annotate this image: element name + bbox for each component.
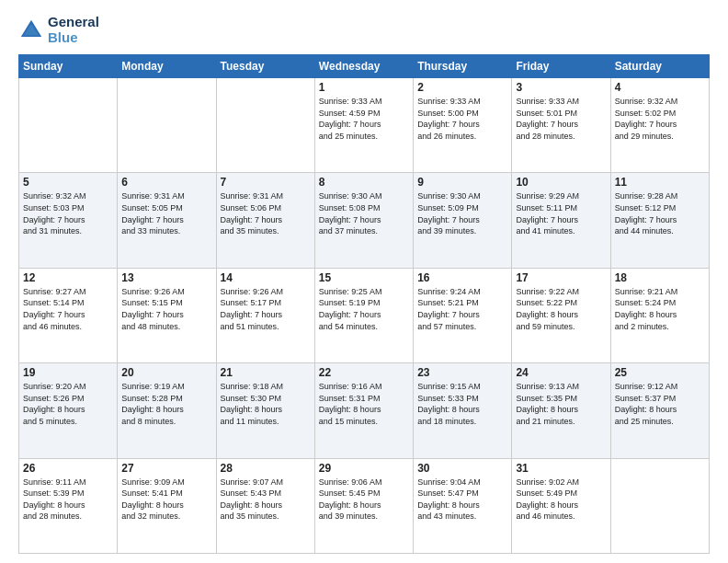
week-row-4: 26Sunrise: 9:11 AM Sunset: 5:39 PM Dayli… (19, 458, 710, 553)
calendar-cell: 9Sunrise: 9:30 AM Sunset: 5:09 PM Daylig… (414, 173, 512, 268)
cell-content: Sunrise: 9:26 AM Sunset: 5:15 PM Dayligh… (121, 286, 211, 332)
calendar-cell: 19Sunrise: 9:20 AM Sunset: 5:26 PM Dayli… (19, 363, 118, 458)
day-number: 14 (221, 271, 311, 284)
day-number: 1 (319, 81, 409, 94)
day-number: 5 (23, 176, 113, 189)
day-number: 28 (221, 462, 311, 475)
day-number: 13 (121, 271, 211, 284)
cell-content: Sunrise: 9:15 AM Sunset: 5:33 PM Dayligh… (417, 381, 507, 427)
calendar-cell: 12Sunrise: 9:27 AM Sunset: 5:14 PM Dayli… (19, 268, 118, 362)
day-number: 27 (121, 462, 211, 475)
cell-content: Sunrise: 9:31 AM Sunset: 5:05 PM Dayligh… (121, 190, 211, 236)
day-number: 9 (417, 176, 507, 189)
cell-content: Sunrise: 9:07 AM Sunset: 5:43 PM Dayligh… (221, 477, 311, 523)
cell-content: Sunrise: 9:33 AM Sunset: 5:00 PM Dayligh… (417, 96, 507, 142)
day-number: 18 (615, 271, 705, 284)
weekday-header-tuesday: Tuesday (216, 55, 314, 78)
day-number: 26 (23, 462, 113, 475)
day-number: 22 (319, 366, 409, 379)
day-number: 11 (615, 176, 705, 189)
day-number: 25 (615, 366, 705, 379)
calendar-cell: 21Sunrise: 9:18 AM Sunset: 5:30 PM Dayli… (216, 363, 314, 458)
cell-content: Sunrise: 9:33 AM Sunset: 4:59 PM Dayligh… (319, 96, 409, 142)
cell-content: Sunrise: 9:13 AM Sunset: 5:35 PM Dayligh… (516, 381, 606, 427)
calendar-cell: 2Sunrise: 9:33 AM Sunset: 5:00 PM Daylig… (414, 78, 512, 173)
cell-content: Sunrise: 9:33 AM Sunset: 5:01 PM Dayligh… (516, 96, 606, 142)
weekday-header-friday: Friday (512, 55, 610, 78)
calendar-table: SundayMondayTuesdayWednesdayThursdayFrid… (18, 54, 710, 554)
logo: General Blue (18, 15, 99, 45)
calendar-cell: 5Sunrise: 9:32 AM Sunset: 5:03 PM Daylig… (19, 173, 118, 268)
cell-content: Sunrise: 9:30 AM Sunset: 5:09 PM Dayligh… (417, 190, 507, 236)
calendar-cell: 6Sunrise: 9:31 AM Sunset: 5:05 PM Daylig… (118, 173, 216, 268)
cell-content: Sunrise: 9:11 AM Sunset: 5:39 PM Dayligh… (23, 477, 113, 523)
week-row-2: 12Sunrise: 9:27 AM Sunset: 5:14 PM Dayli… (19, 268, 710, 362)
cell-content: Sunrise: 9:24 AM Sunset: 5:21 PM Dayligh… (417, 286, 507, 332)
cell-content: Sunrise: 9:18 AM Sunset: 5:30 PM Dayligh… (221, 381, 311, 427)
calendar-cell: 1Sunrise: 9:33 AM Sunset: 4:59 PM Daylig… (314, 78, 413, 173)
week-row-3: 19Sunrise: 9:20 AM Sunset: 5:26 PM Dayli… (19, 363, 710, 458)
cell-content: Sunrise: 9:02 AM Sunset: 5:49 PM Dayligh… (516, 477, 606, 523)
calendar-cell: 23Sunrise: 9:15 AM Sunset: 5:33 PM Dayli… (414, 363, 512, 458)
calendar-cell: 26Sunrise: 9:11 AM Sunset: 5:39 PM Dayli… (19, 458, 118, 553)
cell-content: Sunrise: 9:27 AM Sunset: 5:14 PM Dayligh… (23, 286, 113, 332)
cell-content: Sunrise: 9:20 AM Sunset: 5:26 PM Dayligh… (23, 381, 113, 427)
cell-content: Sunrise: 9:28 AM Sunset: 5:12 PM Dayligh… (615, 190, 705, 236)
day-number: 3 (516, 81, 606, 94)
cell-content: Sunrise: 9:19 AM Sunset: 5:28 PM Dayligh… (121, 381, 211, 427)
calendar-cell: 4Sunrise: 9:32 AM Sunset: 5:02 PM Daylig… (610, 78, 709, 173)
logo-text: General Blue (48, 15, 99, 45)
day-number: 8 (319, 176, 409, 189)
calendar-cell: 11Sunrise: 9:28 AM Sunset: 5:12 PM Dayli… (610, 173, 709, 268)
weekday-header-wednesday: Wednesday (314, 55, 413, 78)
calendar-cell: 14Sunrise: 9:26 AM Sunset: 5:17 PM Dayli… (216, 268, 314, 362)
calendar-cell (610, 458, 709, 553)
calendar-cell: 3Sunrise: 9:33 AM Sunset: 5:01 PM Daylig… (512, 78, 610, 173)
calendar-cell (216, 78, 314, 173)
cell-content: Sunrise: 9:06 AM Sunset: 5:45 PM Dayligh… (319, 477, 409, 523)
day-number: 31 (516, 462, 606, 475)
day-number: 16 (417, 271, 507, 284)
calendar-cell: 24Sunrise: 9:13 AM Sunset: 5:35 PM Dayli… (512, 363, 610, 458)
cell-content: Sunrise: 9:21 AM Sunset: 5:24 PM Dayligh… (615, 286, 705, 332)
cell-content: Sunrise: 9:32 AM Sunset: 5:02 PM Dayligh… (615, 96, 705, 142)
calendar-cell: 31Sunrise: 9:02 AM Sunset: 5:49 PM Dayli… (512, 458, 610, 553)
calendar-cell: 28Sunrise: 9:07 AM Sunset: 5:43 PM Dayli… (216, 458, 314, 553)
calendar-cell: 30Sunrise: 9:04 AM Sunset: 5:47 PM Dayli… (414, 458, 512, 553)
day-number: 21 (221, 366, 311, 379)
cell-content: Sunrise: 9:09 AM Sunset: 5:41 PM Dayligh… (121, 477, 211, 523)
day-number: 29 (319, 462, 409, 475)
weekday-header-monday: Monday (118, 55, 216, 78)
day-number: 30 (417, 462, 507, 475)
day-number: 12 (23, 271, 113, 284)
calendar-cell (118, 78, 216, 173)
calendar-cell: 15Sunrise: 9:25 AM Sunset: 5:19 PM Dayli… (314, 268, 413, 362)
day-number: 17 (516, 271, 606, 284)
day-number: 24 (516, 366, 606, 379)
weekday-header-saturday: Saturday (610, 55, 709, 78)
calendar-cell: 13Sunrise: 9:26 AM Sunset: 5:15 PM Dayli… (118, 268, 216, 362)
calendar-cell: 7Sunrise: 9:31 AM Sunset: 5:06 PM Daylig… (216, 173, 314, 268)
logo-icon (18, 17, 44, 43)
cell-content: Sunrise: 9:04 AM Sunset: 5:47 PM Dayligh… (417, 477, 507, 523)
calendar-cell: 22Sunrise: 9:16 AM Sunset: 5:31 PM Dayli… (314, 363, 413, 458)
calendar-cell: 29Sunrise: 9:06 AM Sunset: 5:45 PM Dayli… (314, 458, 413, 553)
cell-content: Sunrise: 9:26 AM Sunset: 5:17 PM Dayligh… (221, 286, 311, 332)
cell-content: Sunrise: 9:31 AM Sunset: 5:06 PM Dayligh… (221, 190, 311, 236)
calendar-cell: 10Sunrise: 9:29 AM Sunset: 5:11 PM Dayli… (512, 173, 610, 268)
day-number: 20 (121, 366, 211, 379)
day-number: 15 (319, 271, 409, 284)
calendar-cell: 27Sunrise: 9:09 AM Sunset: 5:41 PM Dayli… (118, 458, 216, 553)
cell-content: Sunrise: 9:12 AM Sunset: 5:37 PM Dayligh… (615, 381, 705, 427)
week-row-1: 5Sunrise: 9:32 AM Sunset: 5:03 PM Daylig… (19, 173, 710, 268)
calendar-cell: 17Sunrise: 9:22 AM Sunset: 5:22 PM Dayli… (512, 268, 610, 362)
cell-content: Sunrise: 9:29 AM Sunset: 5:11 PM Dayligh… (516, 190, 606, 236)
calendar-cell: 8Sunrise: 9:30 AM Sunset: 5:08 PM Daylig… (314, 173, 413, 268)
header: General Blue (18, 15, 710, 45)
day-number: 2 (417, 81, 507, 94)
weekday-header-row: SundayMondayTuesdayWednesdayThursdayFrid… (19, 55, 710, 78)
week-row-0: 1Sunrise: 9:33 AM Sunset: 4:59 PM Daylig… (19, 78, 710, 173)
day-number: 10 (516, 176, 606, 189)
cell-content: Sunrise: 9:32 AM Sunset: 5:03 PM Dayligh… (23, 190, 113, 236)
weekday-header-thursday: Thursday (414, 55, 512, 78)
